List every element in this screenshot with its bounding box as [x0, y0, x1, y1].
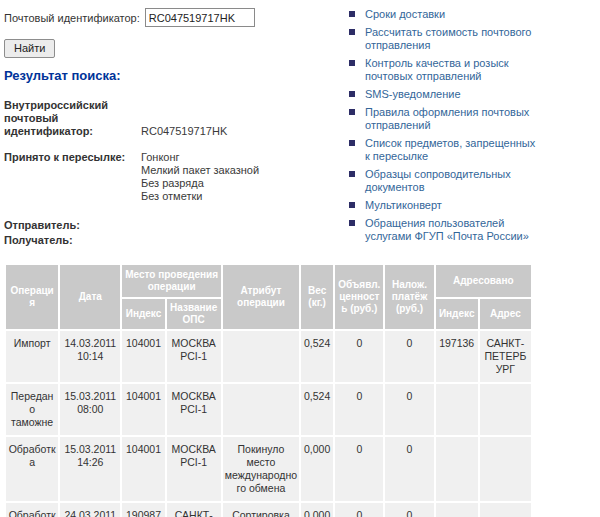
top-section: Почтовый идентификатор: Найти Результат …: [4, 6, 596, 248]
cell-ops: МОСКВА PCI-1: [167, 331, 221, 382]
search-button[interactable]: Найти: [4, 39, 55, 58]
table-row: Обработка15.03.201114:26104001МОСКВА PCI…: [6, 437, 531, 501]
cell-addr-index: [436, 384, 478, 435]
square-bullet-icon: [349, 60, 355, 66]
square-bullet-icon: [349, 29, 355, 35]
cell-index: 104001: [122, 437, 164, 501]
cell-address: [480, 503, 531, 517]
sidebar-link-item: Список предметов, запрещенных к пересылк…: [348, 137, 540, 163]
search-and-result-column: Почтовый идентификатор: Найти Результат …: [4, 6, 348, 247]
cell-operation: Обработка: [6, 503, 58, 517]
links-list: Сроки доставкиРассчитать стоимость почто…: [348, 8, 540, 243]
column-header: Вес (кг.): [301, 265, 333, 329]
cell-declared: 0: [335, 437, 383, 501]
sidebar-link-item: Контроль качества и розыск почтовых отпр…: [348, 57, 540, 83]
field-row-accepted: Принято к пересылке: ГонконгМелкий пакет…: [4, 151, 348, 203]
cell-attribute: [223, 384, 299, 435]
sidebar-link[interactable]: Обращения пользователей услугами ФГУП «П…: [365, 217, 529, 242]
sidebar-link-item: SMS-уведомление: [348, 88, 540, 101]
sidebar-link[interactable]: SMS-уведомление: [365, 88, 461, 100]
field-label: Принято к пересылке:: [4, 151, 141, 203]
cell-addr-index: [436, 437, 478, 501]
cell-cod: 0: [385, 437, 433, 501]
cell-cod: 0: [385, 384, 433, 435]
sidebar-link-item: Сроки доставки: [348, 8, 540, 21]
cell-operation: Импорт: [6, 331, 58, 382]
sidebar-link[interactable]: Образцы сопроводительных документов: [365, 168, 511, 193]
cell-weight: 0,524: [301, 384, 333, 435]
table-row: Передано таможне15.03.201108:00104001МОС…: [6, 384, 531, 435]
cell-weight: 0,000: [301, 503, 333, 517]
square-bullet-icon: [349, 220, 355, 226]
cell-index: 104001: [122, 384, 164, 435]
field-label: Внутрироссийский почтовый идентификатор:: [4, 99, 141, 138]
sidebar-link[interactable]: Правила оформления почтовых отправлений: [365, 106, 529, 131]
cell-operation: Обработка: [6, 437, 58, 501]
sidebar-link[interactable]: Сроки доставки: [365, 8, 445, 20]
table-row: Обработка24.03.201111:25190987САНКТ-ПЕТЕ…: [6, 503, 531, 517]
cell-declared: 0: [335, 384, 383, 435]
sidebar-link[interactable]: Список предметов, запрещенных к пересылк…: [365, 137, 535, 162]
sidebar-link[interactable]: Рассчитать стоимость почтового отправлен…: [365, 26, 531, 51]
square-bullet-icon: [349, 109, 355, 115]
cell-ops: МОСКВА PCI-1: [167, 384, 221, 435]
field-value: RC047519717HK: [141, 125, 227, 138]
square-bullet-icon: [349, 11, 355, 17]
field-row-identifier: Внутрироссийский почтовый идентификатор:…: [4, 99, 348, 138]
cell-weight: 0,000: [301, 437, 333, 501]
result-title: Результат поиска:: [4, 68, 348, 83]
cell-ops: САНКТ-ПЕТЕРБУРГ PI-7: [167, 503, 221, 517]
column-subheader: Индекс: [436, 299, 478, 329]
cell-cod: 0: [385, 503, 433, 517]
column-header: Адресовано: [436, 265, 531, 297]
field-value-line: Без разряда: [141, 177, 259, 190]
column-header: Налож. платёж (руб.): [385, 265, 433, 329]
cell-date: 15.03.201108:00: [60, 384, 120, 435]
column-subheader: Индекс: [122, 299, 164, 329]
sidebar-link[interactable]: Мультиконверт: [365, 199, 442, 211]
column-header: Операция: [6, 265, 58, 329]
column-subheader: Адрес: [480, 299, 531, 329]
search-input-label: Почтовый идентификатор:: [4, 12, 140, 24]
sidebar-link-item: Обращения пользователей услугами ФГУП «П…: [348, 217, 540, 243]
cell-addr-index: 197136: [436, 331, 478, 382]
cell-cod: 0: [385, 331, 433, 382]
cell-ops: МОСКВА PCI-1: [167, 437, 221, 501]
cell-attribute: Покинуло место международного обмена: [223, 437, 299, 501]
sender-label: Отправитель:: [4, 219, 348, 232]
field-value-line: Мелкий пакет заказной: [141, 164, 259, 177]
cell-index: 190987: [122, 503, 164, 517]
cell-attribute: [223, 331, 299, 382]
cell-index: 104001: [122, 331, 164, 382]
field-value-lines: ГонконгМелкий пакет заказнойБез разрядаБ…: [141, 151, 259, 203]
square-bullet-icon: [349, 91, 355, 97]
sidebar-link[interactable]: Контроль качества и розыск почтовых отпр…: [365, 57, 509, 82]
cell-weight: 0,524: [301, 331, 333, 382]
cell-address: САНКТ-ПЕТЕРБУРГ: [480, 331, 531, 382]
tracking-id-input[interactable]: [145, 8, 255, 27]
square-bullet-icon: [349, 202, 355, 208]
cell-addr-index: [436, 503, 478, 517]
sidebar-link-item: Рассчитать стоимость почтового отправлен…: [348, 26, 540, 52]
cell-operation: Передано таможне: [6, 384, 58, 435]
cell-declared: 0: [335, 331, 383, 382]
square-bullet-icon: [349, 140, 355, 146]
search-form: Почтовый идентификатор:: [4, 8, 348, 27]
column-header: Атрибут операции: [223, 265, 299, 329]
table-row: Импорт14.03.201110:14104001МОСКВА PCI-10…: [6, 331, 531, 382]
sidebar-link-item: Образцы сопроводительных документов: [348, 168, 540, 194]
column-header: Дата: [60, 265, 120, 329]
column-subheader: Название ОПС: [167, 299, 221, 329]
cell-date: 24.03.201111:25: [60, 503, 120, 517]
field-value-line: Без отметки: [141, 190, 259, 203]
related-links-sidebar: Сроки доставкиРассчитать стоимость почто…: [348, 6, 540, 248]
cell-date: 14.03.201110:14: [60, 331, 120, 382]
square-bullet-icon: [349, 171, 355, 177]
column-header: Место проведения операции: [122, 265, 220, 297]
cell-address: [480, 437, 531, 501]
recipient-label: Получатель:: [4, 234, 348, 247]
field-value-line: Гонконг: [141, 151, 259, 164]
cell-date: 15.03.201114:26: [60, 437, 120, 501]
sidebar-link-item: Мультиконверт: [348, 199, 540, 212]
cell-address: [480, 384, 531, 435]
